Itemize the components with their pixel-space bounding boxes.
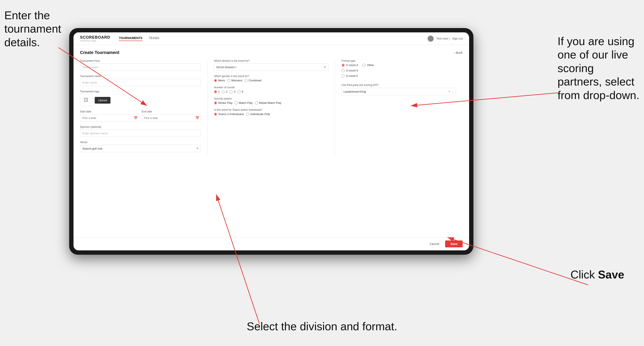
start-date-input[interactable] bbox=[80, 114, 139, 122]
rounds-3-radio[interactable] bbox=[230, 90, 232, 93]
logo: SCOREBOARD Powered by Clippit bbox=[80, 35, 110, 42]
rounds-1[interactable]: 1 bbox=[214, 90, 220, 93]
division-label: Which division is the event for? bbox=[214, 59, 328, 62]
host-input[interactable] bbox=[80, 63, 201, 71]
scoring-stroke-radio[interactable] bbox=[214, 101, 217, 104]
upload-button[interactable]: Upload bbox=[95, 97, 110, 104]
rounds-4[interactable]: 4 bbox=[238, 90, 243, 93]
gender-combined-label: Combined bbox=[248, 79, 261, 82]
format-other-label: Other bbox=[367, 63, 374, 67]
name-input[interactable] bbox=[80, 79, 201, 86]
annotation-save-word: Save bbox=[598, 268, 624, 281]
rounds-2[interactable]: 2 bbox=[222, 90, 228, 93]
venue-select[interactable]: Search golf club bbox=[80, 145, 201, 152]
cancel-button[interactable]: Cancel bbox=[426, 240, 443, 247]
tablet-screen: SCOREBOARD Powered by Clippit TOURNAMENT… bbox=[74, 32, 469, 250]
format-other[interactable]: Other bbox=[362, 63, 374, 67]
rounds-3[interactable]: 3 bbox=[230, 90, 235, 93]
form-col-2: Which division is the event for? NCAA Di… bbox=[208, 59, 335, 156]
end-date-label: End date bbox=[142, 110, 201, 113]
scoring-match[interactable]: Match Play bbox=[234, 101, 252, 104]
teams-teams-label: Teams (+Individuals) bbox=[218, 112, 244, 116]
teams-teams[interactable]: Teams (+Individuals) bbox=[214, 112, 244, 116]
rounds-4-radio[interactable] bbox=[238, 90, 240, 93]
gender-mens[interactable]: Mens bbox=[214, 79, 225, 82]
end-date-wrap: 📅 bbox=[142, 114, 201, 122]
format-6count5[interactable]: 6 count 5 bbox=[342, 74, 358, 77]
format-5count4[interactable]: 5 count 4 bbox=[342, 63, 358, 67]
rounds-1-radio[interactable] bbox=[214, 90, 217, 93]
gender-combined[interactable]: Combined bbox=[244, 79, 261, 82]
gender-group: Which gender is the event for? Mens Wome… bbox=[214, 75, 328, 82]
save-button[interactable]: Save bbox=[445, 240, 463, 247]
venue-label: Venue bbox=[80, 141, 201, 144]
rounds-group: Number of rounds 1 2 bbox=[214, 86, 328, 93]
venue-group: Venue Search golf club bbox=[80, 141, 201, 152]
scoring-stroke-label: Stroke Play bbox=[218, 101, 232, 104]
scoring-medal[interactable]: Medal Match Play bbox=[255, 101, 281, 104]
page-header: Create Tournament ‹ Back bbox=[80, 50, 463, 55]
form-col-3: Format type 5 count 4 6 count 4 bbox=[335, 59, 463, 156]
rounds-1-label: 1 bbox=[218, 90, 220, 93]
format-other-radio[interactable] bbox=[362, 64, 365, 67]
division-select[interactable]: NCAA Division I bbox=[214, 63, 328, 71]
format-5count4-radio[interactable] bbox=[342, 64, 344, 67]
gender-radio-group: Mens Womens Combined bbox=[214, 79, 328, 82]
scoring-label: Scoring system bbox=[214, 97, 328, 100]
end-date-input[interactable] bbox=[142, 114, 201, 122]
scoring-medal-label: Medal Match Play bbox=[259, 101, 281, 104]
date-row: Start date 📅 End date 📅 bbox=[80, 110, 201, 122]
calendar-icon-end: 📅 bbox=[196, 116, 199, 120]
logo-main: SCOREBOARD bbox=[80, 35, 110, 40]
logo-group: Tournament logo 🖼 Upload bbox=[80, 90, 201, 106]
nav-links: TOURNAMENTS TEAMS bbox=[119, 36, 428, 41]
rounds-4-label: 4 bbox=[242, 90, 243, 93]
gender-mens-radio[interactable] bbox=[214, 79, 217, 82]
navbar: SCOREBOARD Powered by Clippit TOURNAMENT… bbox=[74, 32, 469, 45]
format-options-left: 5 count 4 6 count 4 6 count 5 bbox=[342, 63, 358, 80]
scoring-match-label: Match Play bbox=[239, 101, 252, 104]
teams-group: Is this event for Teams and/or Individua… bbox=[214, 108, 328, 116]
annotation-bottomright-click: Click Save bbox=[570, 268, 640, 281]
scoring-medal-radio[interactable] bbox=[255, 101, 258, 104]
annotation-topright: If you are using one of our live scoring… bbox=[558, 34, 640, 102]
format-6count5-radio[interactable] bbox=[342, 74, 344, 77]
signout-link[interactable]: Sign out bbox=[452, 37, 463, 40]
teams-individuals[interactable]: Individuals Only bbox=[246, 112, 270, 116]
format-label: Format type bbox=[342, 59, 456, 62]
format-6count4-label: 6 count 4 bbox=[346, 69, 358, 72]
page-title: Create Tournament bbox=[80, 50, 119, 55]
tablet: SCOREBOARD Powered by Clippit TOURNAMENT… bbox=[69, 28, 474, 255]
third-party-select-wrap[interactable]: Leaderboard King ✕ ⌄ bbox=[342, 88, 456, 95]
page-content: Create Tournament ‹ Back Tournament Host… bbox=[74, 45, 469, 237]
nav-link-tournaments[interactable]: TOURNAMENTS bbox=[119, 36, 142, 41]
start-date-label: Start date bbox=[80, 110, 139, 113]
sponsor-group: Sponsor (optional) bbox=[80, 125, 201, 137]
sponsor-input[interactable] bbox=[80, 130, 201, 137]
scoring-match-radio[interactable] bbox=[234, 101, 238, 104]
rounds-2-radio[interactable] bbox=[222, 90, 225, 93]
format-other-section: 5 count 4 6 count 4 6 count 5 bbox=[342, 63, 456, 80]
third-party-value: Leaderboard King bbox=[344, 90, 448, 93]
gender-mens-label: Mens bbox=[218, 79, 225, 82]
scoring-radio-group: Stroke Play Match Play Medal Match Play bbox=[214, 101, 328, 104]
logo-sub: Powered by Clippit bbox=[80, 40, 110, 42]
nav-link-teams[interactable]: TEAMS bbox=[149, 36, 159, 41]
third-party-icons: ✕ ⌄ bbox=[448, 90, 454, 93]
gender-womens-radio[interactable] bbox=[227, 79, 230, 82]
form-col-1: Tournament Host Tournament name Tourname… bbox=[80, 59, 208, 156]
calendar-icon: 📅 bbox=[134, 116, 138, 120]
back-link[interactable]: ‹ Back bbox=[454, 51, 463, 54]
division-group: Which division is the event for? NCAA Di… bbox=[214, 59, 328, 71]
host-label: Tournament Host bbox=[80, 59, 201, 62]
teams-individuals-radio[interactable] bbox=[246, 113, 249, 116]
teams-teams-radio[interactable] bbox=[214, 113, 217, 116]
teams-label: Is this event for Teams and/or Individua… bbox=[214, 108, 328, 111]
format-6count4[interactable]: 6 count 4 bbox=[342, 69, 358, 72]
rounds-3-label: 3 bbox=[234, 90, 235, 93]
name-label: Tournament name bbox=[80, 75, 201, 78]
gender-womens[interactable]: Womens bbox=[227, 79, 242, 82]
gender-combined-radio[interactable] bbox=[244, 79, 248, 82]
format-6count4-radio[interactable] bbox=[342, 69, 344, 72]
scoring-stroke[interactable]: Stroke Play bbox=[214, 101, 232, 104]
